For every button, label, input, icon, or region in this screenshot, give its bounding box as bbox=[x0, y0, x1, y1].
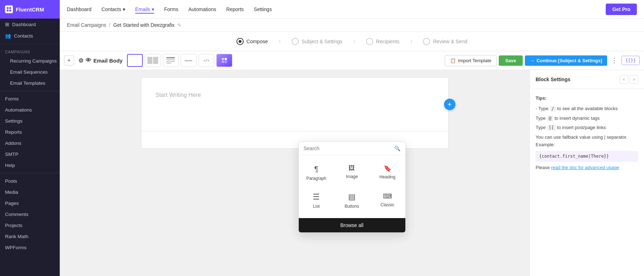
add-block-plus-button[interactable]: + bbox=[444, 99, 455, 110]
continue-button[interactable]: → Continue [Subject & Settings] bbox=[525, 55, 607, 66]
sidebar: FluentCRM ⊞ Dashboard 👥 Contacts Campaig… bbox=[0, 0, 60, 276]
step-compose[interactable]: Compose bbox=[236, 38, 268, 45]
right-panel: Block Settings ‹ › Tips: - Type / to see… bbox=[530, 70, 644, 276]
campaigns-section-label: Campaigns bbox=[0, 46, 60, 55]
sidebar-item-automations[interactable]: Automations bbox=[0, 104, 60, 115]
sidebar-item-dashboard[interactable]: ⊞ Dashboard bbox=[0, 19, 60, 30]
tip-at-code: @ bbox=[547, 115, 553, 121]
sidebar-item-forms[interactable]: Forms bbox=[0, 93, 60, 104]
get-pro-button[interactable]: Get Pro bbox=[606, 4, 637, 15]
template-btn-classic[interactable]: ═══ bbox=[181, 54, 196, 67]
step-recipients[interactable]: Recipients bbox=[366, 38, 399, 45]
template-btn-columns[interactable] bbox=[145, 54, 161, 67]
divider-2 bbox=[0, 91, 60, 91]
step-subject[interactable]: Subject & Settings bbox=[292, 38, 342, 45]
block-item-list[interactable]: ☰ List bbox=[299, 187, 334, 215]
nav-forms[interactable]: Forms bbox=[164, 5, 179, 14]
sidebar-item-smtp[interactable]: SMTP bbox=[0, 149, 60, 160]
main-content: Dashboard Contacts ▾ Emails ▾ Forms Auto… bbox=[60, 0, 644, 276]
edit-icon[interactable]: ✎ bbox=[177, 23, 181, 28]
block-item-image[interactable]: 🖼 Image bbox=[334, 159, 370, 187]
sidebar-item-media[interactable]: Media bbox=[0, 187, 60, 198]
step-arrow-2: › bbox=[353, 38, 355, 45]
right-panel-header: Block Settings ‹ › bbox=[530, 70, 644, 89]
buttons-icon: ▤ bbox=[348, 192, 356, 202]
sidebar-item-sequences[interactable]: Email Sequences bbox=[0, 66, 60, 78]
search-icon: 🔍 bbox=[394, 146, 400, 151]
breadcrumb-parent[interactable]: Email Campaigns bbox=[67, 22, 106, 28]
breadcrumb-current: Get Started with Deezgrafix bbox=[113, 22, 175, 28]
template-btn-visual[interactable] bbox=[127, 54, 143, 67]
panel-forward-button[interactable]: › bbox=[630, 75, 638, 84]
image-icon: 🖼 bbox=[348, 164, 355, 172]
sidebar-item-reports[interactable]: Reports bbox=[0, 127, 60, 138]
tip-3: Type [[ to insert post/page links bbox=[536, 124, 638, 132]
save-button[interactable]: Save bbox=[499, 55, 522, 66]
browse-all-button[interactable]: Browse all bbox=[299, 218, 405, 232]
template-btn-text[interactable] bbox=[163, 54, 179, 67]
sidebar-item-recurring[interactable]: Recurring Campaigns bbox=[0, 55, 60, 66]
svg-rect-7 bbox=[225, 61, 227, 63]
sidebar-item-settings[interactable]: Settings bbox=[0, 115, 60, 127]
sidebar-nav: ⊞ Dashboard 👥 Contacts Campaigns Recurri… bbox=[0, 19, 60, 276]
step-review-circle bbox=[423, 38, 430, 45]
block-item-buttons[interactable]: ▤ Buttons bbox=[334, 187, 370, 215]
sidebar-item-rankmath[interactable]: Rank Math bbox=[0, 231, 60, 242]
panel-back-button[interactable]: ‹ bbox=[620, 75, 628, 84]
nav-settings[interactable]: Settings bbox=[254, 5, 272, 14]
preview-icon[interactable]: 👁 bbox=[86, 57, 91, 64]
sidebar-item-projects[interactable]: Projects bbox=[0, 220, 60, 231]
block-item-heading[interactable]: 🔖 Heading bbox=[370, 159, 405, 187]
more-options-button[interactable]: ⋮ bbox=[609, 55, 619, 65]
step-compose-circle bbox=[236, 38, 244, 45]
email-body-inner[interactable]: Start Writing Here + bbox=[141, 78, 448, 131]
code-button[interactable]: {{}} bbox=[621, 56, 640, 65]
dashboard-icon: ⊞ bbox=[5, 21, 9, 27]
step-review[interactable]: Review & Send bbox=[423, 38, 467, 45]
svg-rect-0 bbox=[7, 7, 9, 9]
settings-icon[interactable]: ⚙ bbox=[78, 57, 83, 64]
block-item-classic[interactable]: ⌨ Classic bbox=[370, 187, 405, 215]
nav-reports[interactable]: Reports bbox=[226, 5, 244, 14]
template-btn-code[interactable]: </> bbox=[199, 54, 214, 67]
block-picker-popup: 🔍 ¶ Paragraph 🖼 Image 🔖 Heading bbox=[298, 142, 406, 233]
panel-title: Block Settings bbox=[536, 77, 570, 82]
import-template-button[interactable]: 📋 Import Template bbox=[445, 55, 497, 66]
tip-5: Please read the doc for advanced usage bbox=[536, 164, 638, 172]
sidebar-item-contacts[interactable]: 👥 Contacts bbox=[0, 30, 60, 41]
tip-2: Type @ to insert dynamic tags bbox=[536, 115, 638, 122]
panel-tips: Tips: - Type / to see all the available … bbox=[530, 89, 644, 179]
divider-1 bbox=[0, 44, 60, 44]
tip-slash-code: / bbox=[550, 106, 556, 112]
arrow-icon: → bbox=[530, 58, 535, 63]
block-item-paragraph[interactable]: ¶ Paragraph bbox=[299, 159, 334, 187]
nav-dashboard[interactable]: Dashboard bbox=[67, 5, 92, 14]
tip-example: {contact.first_name|There}} bbox=[536, 151, 638, 162]
sidebar-item-wpforms[interactable]: WPForms bbox=[0, 242, 60, 253]
sidebar-item-help[interactable]: Help bbox=[0, 160, 60, 171]
sidebar-item-pages[interactable]: Pages bbox=[0, 198, 60, 209]
add-block-button[interactable]: + bbox=[64, 55, 74, 65]
sidebar-item-comments[interactable]: Comments bbox=[0, 209, 60, 220]
classic-icon: ⌨ bbox=[383, 192, 392, 200]
contacts-icon: 👥 bbox=[5, 33, 11, 39]
nav-emails[interactable]: Emails ▾ bbox=[135, 5, 154, 14]
emails-dropdown-icon: ▾ bbox=[152, 6, 154, 12]
tips-title: Tips: bbox=[536, 95, 638, 102]
sidebar-brand[interactable]: FluentCRM bbox=[0, 0, 60, 19]
block-search-input[interactable] bbox=[304, 146, 391, 151]
sidebar-item-templates[interactable]: Email Templates bbox=[0, 78, 60, 89]
tip-1: - Type / to see all the available blocks bbox=[536, 105, 638, 113]
svg-rect-5 bbox=[225, 58, 227, 60]
sidebar-item-addons[interactable]: Addons bbox=[0, 138, 60, 149]
doc-link[interactable]: read the doc for advanced usage bbox=[551, 165, 619, 170]
template-btn-special[interactable] bbox=[216, 54, 232, 67]
sidebar-item-posts[interactable]: Posts bbox=[0, 176, 60, 187]
start-writing-placeholder: Start Writing Here bbox=[156, 92, 201, 98]
nav-automations[interactable]: Automations bbox=[188, 5, 216, 14]
email-body[interactable]: Start Writing Here + bbox=[141, 77, 449, 149]
editor-canvas[interactable]: Start Writing Here + 🔍 ¶ Paragraph bbox=[60, 70, 530, 276]
breadcrumb-separator: / bbox=[109, 22, 111, 28]
nav-contacts[interactable]: Contacts ▾ bbox=[102, 5, 125, 14]
svg-rect-1 bbox=[9, 7, 11, 9]
